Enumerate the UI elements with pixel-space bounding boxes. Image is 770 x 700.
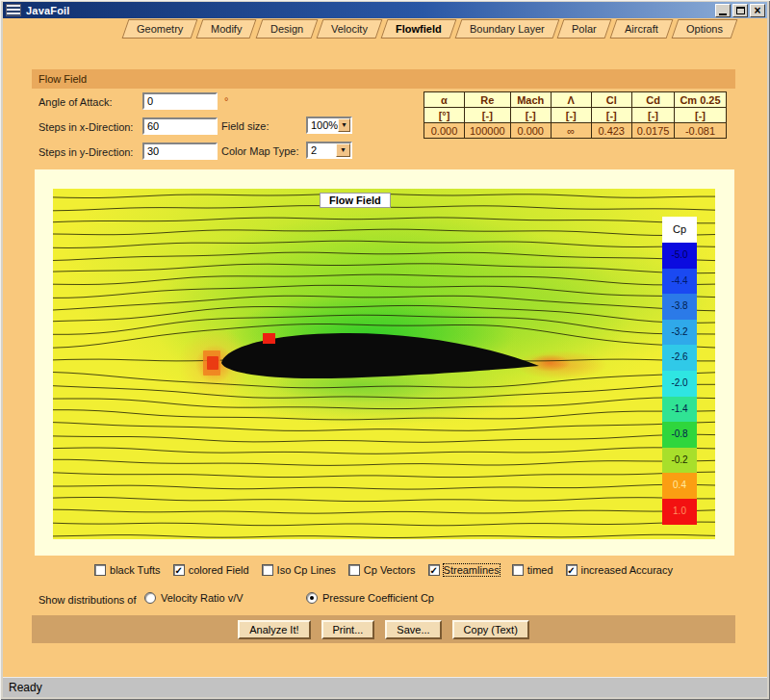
checkbox-label: black Tufts [110,564,161,576]
tab-aircraft[interactable]: Aircraft [609,19,673,39]
results-header-cell: Cd [631,92,675,108]
checkbox-streamlines[interactable]: ✓Streamlines [428,564,500,576]
app-window: JavaFoil GeometryModifyDesignVelocityFlo… [0,0,770,700]
radio-label: Velocity Ratio v/V [161,592,244,604]
results-value-cell: 0.423 [591,123,631,139]
window-controls [715,4,765,17]
legend-entry: -0.8 [662,422,697,448]
window-title: JavaFoil [26,5,70,16]
results-header-cell: Cm 0.25 [675,92,726,108]
cp-legend-scale: -5.0-4.4-3.8-3.2-2.6-2.0-1.4-0.8-0.20.41… [662,243,697,525]
button-print[interactable]: Print... [321,620,375,639]
checkbox-label: Cp Vectors [364,564,416,576]
legend-entry: 0.4 [662,473,697,499]
title-bar: JavaFoil [3,2,767,18]
results-header-cell: Re [465,92,511,108]
results-unit-cell: [-] [551,108,591,123]
tab-velocity[interactable]: Velocity [317,19,383,39]
checkbox-label: colored Field [189,564,249,576]
results-unit-cell: [°] [424,108,465,123]
tab-design[interactable]: Design [255,19,318,39]
angle-of-attack-input[interactable] [142,92,218,110]
tab-flowfield[interactable]: Flowfield [380,19,456,39]
flowfield-svg [53,189,715,539]
close-button[interactable] [750,4,765,17]
tab-modify[interactable]: Modify [196,19,257,39]
tab-boundary-layer[interactable]: Boundary Layer [454,19,559,39]
suction-peak-marker [263,333,275,344]
results-value-cell: 0.000 [424,123,465,139]
tab-label: Modify [211,23,242,35]
results-value-cell: 0.0175 [631,123,675,139]
dropdown-arrow-icon[interactable]: ▼ [338,118,350,132]
flowfield-canvas [53,189,715,539]
legend-entry: -4.4 [662,269,697,295]
radio-dot[interactable] [306,592,318,604]
checkbox-colored-field[interactable]: ✓colored Field [173,564,249,576]
legend-entry: 1.0 [662,499,697,525]
checkbox-iso-cp-lines[interactable]: Iso Cp Lines [262,564,336,576]
field-size-dropdown[interactable]: 100% ▼ [306,117,352,134]
angle-of-attack-label: Angle of Attack: [38,96,112,108]
checkbox-box[interactable]: ✓ [173,564,185,576]
checkbox-label: Streamlines [444,564,500,576]
checkbox-box[interactable] [262,564,273,576]
legend-entry: -3.2 [662,320,697,346]
checkbox-box[interactable]: ✓ [566,564,578,576]
radio-pressure-coefficient-cp[interactable]: Pressure Coefficient Cp [306,592,434,604]
checkbox-cp-vectors[interactable]: Cp Vectors [348,564,416,576]
checkbox-timed[interactable]: timed [512,564,553,576]
legend-entry: -1.4 [662,397,697,423]
legend-entry: -0.2 [662,448,697,474]
stagnation-point-marker [207,356,218,370]
tab-label: Flowfield [396,23,442,35]
tab-label: Geometry [137,23,183,35]
color-map-dropdown[interactable]: 2 ▼ [306,142,352,159]
minimize-button[interactable] [715,4,731,17]
color-map-value: 2 [308,143,336,157]
results-value-cell: 0.000 [510,123,551,139]
results-unit-cell: [-] [675,108,726,123]
display-options-row: black Tufts✓colored FieldIso Cp LinesCp … [32,564,735,576]
tab-polar[interactable]: Polar [557,19,612,39]
results-value-cell: ∞ [551,123,591,139]
checkbox-black-tufts[interactable]: black Tufts [94,564,161,576]
tab-label: Aircraft [625,23,658,35]
color-map-label: Color Map Type: [221,145,299,157]
plot-title: Flow Field [320,193,391,208]
dropdown-arrow-icon[interactable]: ▼ [336,143,350,157]
tab-bar: GeometryModifyDesignVelocityFlowfieldBou… [125,19,739,39]
tab-label: Options [686,23,723,35]
results-table: αReMachΛClCdCm 0.25[°][-][-][-][-][-][-]… [424,91,727,139]
tab-geometry[interactable]: Geometry [122,19,198,39]
checkbox-label: increased Accuracy [581,564,673,576]
checkbox-box[interactable] [94,564,106,576]
radio-velocity-ratio-v-v[interactable]: Velocity Ratio v/V [144,592,244,604]
steps-y-label: Steps in y-Direction: [38,146,133,158]
checkbox-label: timed [527,564,553,576]
results-value-cell: -0.081 [675,123,726,139]
maximize-button[interactable] [732,4,748,17]
tab-label: Velocity [331,23,368,35]
button-analyze-it[interactable]: Analyze It! [238,620,310,639]
flowfield-plot-panel: Flow Field Cp -5.0-4.4-3.8-3.2-2.6-2.0-1… [35,169,734,556]
checkbox-box[interactable] [348,564,360,576]
field-size-label: Field size: [221,120,270,132]
tab-options[interactable]: Options [671,19,737,39]
steps-x-input[interactable] [142,117,218,135]
legend-entry: -2.6 [662,345,697,371]
checkbox-box[interactable] [512,564,524,576]
legend-entry: -5.0 [662,243,697,269]
results-header-cell: Mach [510,92,551,108]
action-button-bar: Analyze It!Print...Save...Copy (Text) [32,615,735,643]
button-copy-text[interactable]: Copy (Text) [452,620,529,639]
degree-unit-label: ° [224,95,228,107]
radio-dot[interactable] [144,592,156,604]
button-save[interactable]: Save... [385,620,441,639]
cp-legend: Cp -5.0-4.4-3.8-3.2-2.6-2.0-1.4-0.8-0.20… [662,217,697,525]
results-unit-cell: [-] [465,108,511,123]
checkbox-box[interactable]: ✓ [428,564,440,576]
steps-y-input[interactable] [142,143,218,160]
checkbox-increased-accuracy[interactable]: ✓increased Accuracy [566,564,673,576]
radio-label: Pressure Coefficient Cp [322,592,434,604]
